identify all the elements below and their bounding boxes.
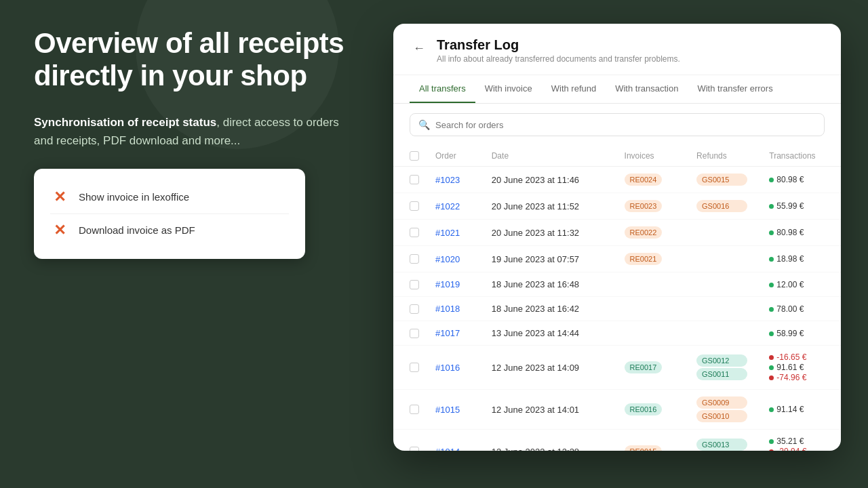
order-link[interactable]: #1021	[435, 228, 460, 238]
order-date-cell: 12 June 2023 at 12:38	[481, 430, 614, 451]
orders-table-container: Order Date Invoices Refunds Transactions…	[393, 146, 841, 451]
feature-item-show-invoice[interactable]: ✕ Show invoice in lexoffice	[50, 181, 289, 214]
row-checkbox-cell	[393, 272, 425, 297]
refunds-cell: GS0012GS0011	[686, 346, 758, 390]
table-row: #102120 June 2023 at 11:32RE002280.98 €	[393, 220, 841, 246]
order-date-cell: 19 June 2023 at 07:57	[481, 246, 614, 272]
select-all-checkbox[interactable]	[410, 151, 419, 161]
feature-box: ✕ Show invoice in lexoffice ✕ Download i…	[34, 169, 305, 259]
tab-with-transaction[interactable]: With transaction	[606, 75, 688, 103]
order-number-cell: #1019	[425, 272, 481, 297]
header-checkbox-col	[393, 146, 425, 167]
amount-dot	[769, 365, 774, 370]
row-checkbox[interactable]	[410, 201, 419, 211]
row-checkbox-cell	[393, 430, 425, 451]
transaction-amount: 91.14 €	[769, 405, 830, 414]
amount-dot	[769, 204, 774, 209]
row-checkbox[interactable]	[410, 304, 419, 314]
order-date-cell: 20 June 2023 at 11:46	[481, 167, 614, 193]
row-checkbox[interactable]	[410, 228, 419, 237]
refunds-cell	[686, 272, 758, 297]
order-date-cell: 20 June 2023 at 11:52	[481, 193, 614, 220]
row-checkbox-cell	[393, 193, 425, 220]
search-input[interactable]	[435, 120, 816, 130]
back-button[interactable]: ←	[410, 39, 429, 58]
table-row: #102019 June 2023 at 07:57RE002118.98 €	[393, 246, 841, 272]
feature-item-download-invoice[interactable]: ✕ Download invoice as PDF	[50, 214, 289, 247]
transactions-cell: 78.00 €	[758, 297, 841, 321]
order-number-cell: #1020	[425, 246, 481, 272]
row-checkbox[interactable]	[410, 280, 419, 289]
refunds-cell: GS0016	[686, 193, 758, 220]
table-row: #102220 June 2023 at 11:52RE0023GS001655…	[393, 193, 841, 220]
order-date-cell: 13 June 2023 at 14:44	[481, 321, 614, 346]
transactions-cell: 91.14 €	[758, 390, 841, 430]
row-checkbox-cell	[393, 297, 425, 321]
amount-dot	[769, 230, 774, 235]
tab-with-refund[interactable]: With refund	[542, 75, 606, 103]
transaction-amount: 18.98 €	[769, 254, 830, 264]
order-number-cell: #1014	[425, 430, 481, 451]
refund-badge[interactable]: GS0016	[696, 200, 747, 212]
order-number-cell: #1022	[425, 193, 481, 220]
table-row: #101818 June 2023 at 16:4278.00 €	[393, 297, 841, 321]
refund-badge[interactable]: GS0012	[696, 354, 747, 367]
row-checkbox[interactable]	[410, 329, 419, 338]
transactions-cell: 12.00 €	[758, 272, 841, 297]
row-checkbox-cell	[393, 220, 425, 246]
order-link[interactable]: #1017	[435, 328, 460, 338]
row-checkbox[interactable]	[410, 175, 419, 184]
tab-with-transfer-errors[interactable]: With transfer errors	[688, 75, 782, 103]
order-number-cell: #1015	[425, 390, 481, 430]
refund-badge[interactable]: GS0015	[696, 174, 747, 186]
order-number-cell: #1016	[425, 346, 481, 390]
table-row: #102320 June 2023 at 11:46RE0024GS001580…	[393, 167, 841, 193]
panel-title-group: Transfer Log All info about already tran…	[437, 37, 680, 64]
search-container: 🔍	[393, 104, 841, 146]
order-link[interactable]: #1018	[435, 304, 460, 314]
row-checkbox[interactable]	[410, 363, 419, 372]
tabs-container: All transfers With invoice With refund W…	[393, 75, 841, 104]
invoice-badge[interactable]: RE0017	[625, 361, 663, 373]
amount-dot	[769, 307, 774, 312]
refund-badge[interactable]: GS0009	[696, 396, 747, 409]
table-row: #101918 June 2023 at 16:4812.00 €	[393, 272, 841, 297]
table-row: #101412 June 2023 at 12:38RE0015GS0013GS…	[393, 430, 841, 451]
invoice-badge[interactable]: RE0024	[625, 174, 663, 186]
transaction-amount: -16.65 €	[769, 352, 830, 362]
description-bold: Synchronisation of receipt status	[34, 116, 216, 129]
invoices-cell: RE0022	[614, 220, 686, 246]
amount-dot	[769, 439, 774, 444]
order-date-cell: 18 June 2023 at 16:48	[481, 272, 614, 297]
order-link[interactable]: #1023	[435, 175, 460, 185]
invoice-badge[interactable]: RE0015	[625, 445, 663, 451]
order-link[interactable]: #1020	[435, 254, 460, 264]
order-link[interactable]: #1014	[435, 447, 460, 451]
invoices-cell: RE0015	[614, 430, 686, 451]
row-checkbox[interactable]	[410, 447, 419, 451]
tab-with-invoice[interactable]: With invoice	[475, 75, 542, 103]
order-link[interactable]: #1022	[435, 201, 460, 211]
order-link[interactable]: #1015	[435, 405, 460, 415]
order-link[interactable]: #1016	[435, 363, 460, 373]
row-checkbox[interactable]	[410, 254, 419, 264]
row-checkbox[interactable]	[410, 405, 419, 414]
refund-badge[interactable]: GS0011	[696, 368, 747, 380]
invoice-badge[interactable]: RE0016	[625, 403, 663, 415]
refund-badge[interactable]: GS0010	[696, 410, 747, 422]
header-date: Date	[481, 146, 614, 167]
amount-dot	[769, 331, 774, 336]
tab-all-transfers[interactable]: All transfers	[410, 75, 475, 103]
refunds-cell: GS0015	[686, 167, 758, 193]
order-link[interactable]: #1019	[435, 279, 460, 289]
refund-badge[interactable]: GS0013	[696, 439, 747, 451]
invoices-cell	[614, 321, 686, 346]
invoice-badge[interactable]: RE0022	[625, 226, 663, 239]
orders-table: Order Date Invoices Refunds Transactions…	[393, 146, 841, 451]
invoice-badge[interactable]: RE0021	[625, 253, 663, 265]
invoices-cell: RE0016	[614, 390, 686, 430]
invoices-cell: RE0024	[614, 167, 686, 193]
transactions-cell: 18.98 €	[758, 246, 841, 272]
invoice-badge[interactable]: RE0023	[625, 200, 663, 212]
transaction-amount: 80.98 €	[769, 175, 830, 184]
